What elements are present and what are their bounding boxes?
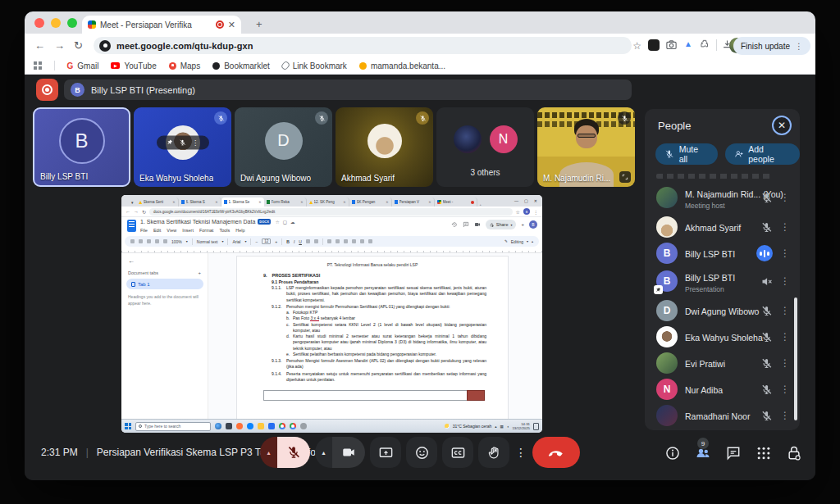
participant-menu-icon[interactable]: ⋮ <box>780 192 788 203</box>
docs-tab[interactable]: 6. Skema S✕ <box>179 198 221 207</box>
expand-tile-icon[interactable] <box>619 171 631 183</box>
share-dropdown-icon[interactable]: ▾ <box>510 223 512 227</box>
tab-close-icon[interactable]: ✕ <box>428 200 431 204</box>
participant-menu-icon[interactable]: ⋮ <box>780 275 788 287</box>
bookmark-star-icon[interactable]: ☆ <box>632 40 641 52</box>
participant-row[interactable]: Evi Pratiwi ⋮ <box>650 350 795 376</box>
panel-scrollbar[interactable] <box>794 297 797 420</box>
bold-icon[interactable]: B <box>286 239 290 244</box>
more-options-icon[interactable]: ⋮ <box>192 138 199 146</box>
participant-menu-icon[interactable]: ⋮ <box>780 331 788 343</box>
captions-button[interactable] <box>442 437 473 468</box>
activities-button[interactable] <box>756 445 772 461</box>
tab-close-icon[interactable]: ✕ <box>228 20 235 30</box>
mic-toggle-button[interactable] <box>277 437 310 468</box>
taskview-icon[interactable] <box>226 423 232 429</box>
docs-tab[interactable]: Skema Serti✕ <box>136 198 179 207</box>
extensions-puzzle-icon[interactable] <box>699 39 710 50</box>
mute-all-button[interactable]: Mute all <box>655 143 718 165</box>
add-tab-icon[interactable]: + <box>198 270 201 275</box>
settings-gear-icon[interactable] <box>300 423 307 429</box>
link-icon[interactable] <box>327 239 331 243</box>
print-icon[interactable] <box>155 239 159 243</box>
search-icon[interactable] <box>130 239 135 243</box>
image-icon[interactable] <box>344 239 348 243</box>
list-icon[interactable] <box>368 239 372 243</box>
presenting-banner[interactable]: B Billy LSP BTI (Presenting) <box>64 79 632 100</box>
italic-icon[interactable]: I <box>294 239 294 244</box>
action-center-icon[interactable] <box>533 423 539 430</box>
video-tile-eka[interactable]: ⋮ Eka Wahyu Sholeha <box>134 107 231 187</box>
explorer-icon[interactable] <box>258 423 264 429</box>
video-tile-akhmad[interactable]: Akhmad Syarif <box>336 107 433 187</box>
present-button[interactable] <box>370 437 401 468</box>
tab-search-icon[interactable]: ▾ <box>131 200 134 205</box>
participant-menu-icon[interactable]: ⋮ <box>780 305 788 316</box>
close-panel-button[interactable]: ✕ <box>772 116 792 135</box>
video-tile-najamudin[interactable]: M. Najamudin Ri... <box>537 107 635 187</box>
version-history-icon[interactable] <box>451 221 458 228</box>
comments-icon[interactable] <box>463 221 469 228</box>
reload-icon[interactable]: ↻ <box>74 39 83 52</box>
bookmark-youtube[interactable]: ▶YouTube <box>111 61 156 70</box>
camera-toggle-button[interactable] <box>332 437 365 468</box>
menu-view[interactable]: View <box>167 228 176 233</box>
font-size-plus[interactable]: + <box>275 239 277 244</box>
menu-format[interactable]: Format <box>199 228 213 233</box>
tile-hover-controls[interactable]: ⋮ <box>157 135 209 149</box>
menu-file[interactable]: File <box>140 228 148 233</box>
redo-icon[interactable] <box>147 239 151 243</box>
align-icon[interactable] <box>352 239 356 243</box>
tab-close-icon[interactable]: ✕ <box>258 200 261 204</box>
docs-tab-active[interactable]: 1. Skema Se✕ <box>221 198 264 207</box>
participant-row[interactable]: B Billy LSP BTI ⋮ <box>650 240 795 266</box>
docs-address-bar[interactable]: docs.google.com/document/d/16AT1E9zIW-pi… <box>149 208 513 216</box>
tab-close-icon[interactable]: ✕ <box>300 200 303 204</box>
tray-chevron-icon[interactable]: ▴ <box>495 425 496 429</box>
participant-row[interactable]: Eka Wahyu Sholeha ⋮ <box>650 324 795 350</box>
photos-icon[interactable] <box>268 423 275 429</box>
weather-text[interactable]: 31°C Sebagian cerah <box>453 424 492 429</box>
tab-close-icon[interactable]: ✕ <box>386 200 388 204</box>
style-dropdown-icon[interactable]: ▾ <box>221 239 223 243</box>
chat-button[interactable] <box>725 445 742 461</box>
tab-close-icon[interactable]: ✕ <box>172 200 175 204</box>
reload-icon[interactable]: ↻ <box>142 209 146 215</box>
minimize-icon[interactable]: — <box>514 198 518 203</box>
chrome-icon[interactable] <box>279 423 285 429</box>
docs-app-icon[interactable] <box>127 220 136 232</box>
close-window-button[interactable] <box>34 18 44 28</box>
participant-row[interactable]: Akhmad Syarif ⋮ <box>650 214 795 240</box>
participant-menu-icon[interactable]: ⋮ <box>780 247 788 259</box>
new-tab-button[interactable]: + <box>256 19 262 30</box>
cloud-status-icon[interactable]: ☁ <box>290 220 295 225</box>
text-color-icon[interactable] <box>306 239 310 243</box>
style-select[interactable]: Normal text <box>197 239 218 244</box>
star-icon[interactable]: ☆ <box>516 209 520 215</box>
docs-profile-avatar[interactable]: B <box>523 208 530 215</box>
mode-dropdown-icon[interactable]: ▾ <box>527 239 528 243</box>
participant-row[interactable]: D Dwi Agung Wibowo ⋮ <box>650 297 795 324</box>
add-people-button[interactable]: Add people <box>725 143 801 165</box>
bookmark-mamanda[interactable]: mamanda.bekanta... <box>359 61 445 70</box>
line-spacing-icon[interactable] <box>360 239 364 243</box>
doc-tab-1[interactable]: Tab 1 <box>126 279 203 289</box>
menu-help[interactable]: Help <box>235 228 244 233</box>
back-icon[interactable]: ← <box>34 39 45 52</box>
collapse-panel-icon[interactable]: ← <box>128 257 135 265</box>
bookmark-link[interactable]: Link Bookmark <box>282 61 347 70</box>
edge-icon[interactable] <box>247 423 253 429</box>
video-tile-billy[interactable]: B Billy LSP BTI <box>33 107 130 187</box>
forward-icon[interactable]: → <box>134 209 139 214</box>
participant-menu-icon[interactable]: ⋮ <box>780 221 788 233</box>
menu-edit[interactable]: Edit <box>153 228 161 233</box>
participant-menu-icon[interactable]: ⋮ <box>780 384 788 395</box>
chrome-icon-2[interactable] <box>290 423 296 429</box>
menu-tools[interactable]: Tools <box>219 228 230 233</box>
video-tile-others[interactable]: N 3 others <box>436 107 534 187</box>
participant-menu-icon[interactable]: ⋮ <box>780 410 788 421</box>
bookmark-gmail[interactable]: GGmail <box>67 61 99 70</box>
pin-icon[interactable] <box>167 139 173 146</box>
menu-icon[interactable]: ⋮ <box>533 209 538 215</box>
meeting-details-button[interactable] <box>664 445 681 461</box>
